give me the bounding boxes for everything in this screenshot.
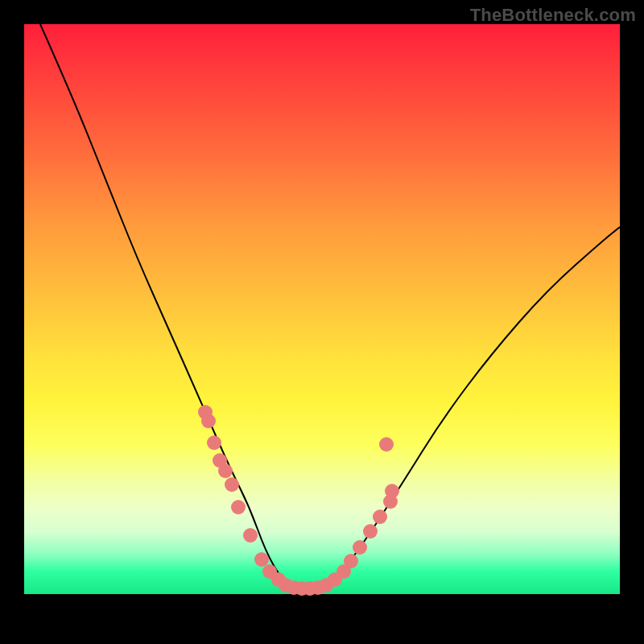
- chart-frame: TheBottleneck.com: [0, 0, 644, 644]
- gradient-plot-area: [24, 24, 620, 594]
- watermark-text: TheBottleneck.com: [470, 5, 636, 26]
